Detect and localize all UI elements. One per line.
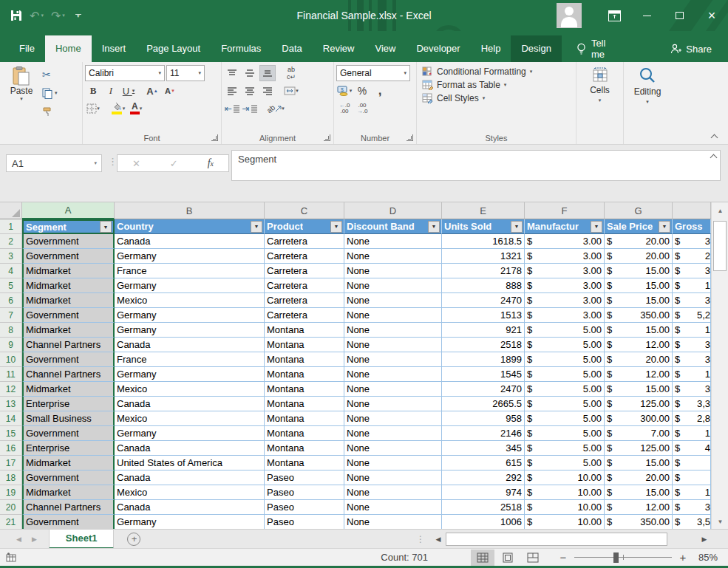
cell[interactable]: 292 <box>442 471 525 485</box>
cell[interactable]: Midmarket <box>22 382 115 397</box>
align-right-button[interactable] <box>259 83 276 99</box>
row-header-2[interactable]: 2 <box>0 234 22 249</box>
cell[interactable]: $5.00 <box>525 397 605 411</box>
font-name-combo[interactable]: Calibri▾ <box>85 65 165 81</box>
shrink-font-button[interactable]: A▼ <box>162 83 178 99</box>
cell[interactable]: Channel Partners <box>22 500 115 515</box>
cell[interactable]: Montana <box>265 397 344 411</box>
filter-header-cell[interactable]: Sale Price▼ <box>605 219 673 234</box>
cell[interactable]: $15.00 <box>605 382 673 397</box>
cell[interactable]: $3.00 <box>525 293 605 308</box>
cell[interactable]: 1545 <box>442 367 525 382</box>
filter-header-cell[interactable]: Manufactur▼ <box>525 219 605 234</box>
cell[interactable]: $20.00 <box>605 471 673 485</box>
filter-dropdown-icon[interactable]: ▼ <box>591 221 602 233</box>
tab-developer[interactable]: Developer <box>406 35 470 62</box>
cell[interactable]: $1 <box>673 323 711 338</box>
cell[interactable]: None <box>344 234 442 249</box>
cell[interactable]: $3 <box>673 500 711 515</box>
row-header-20[interactable]: 20 <box>0 500 22 515</box>
cell[interactable]: $1 <box>673 278 711 293</box>
zoom-slider-thumb[interactable] <box>613 552 619 563</box>
tab-data[interactable]: Data <box>271 35 312 62</box>
tab-home[interactable]: Home <box>45 35 92 62</box>
cell[interactable]: $5.00 <box>525 456 605 471</box>
cell[interactable]: Small Business <box>22 411 115 426</box>
cell[interactable]: Mexico <box>115 485 265 500</box>
cell[interactable]: Carretera <box>265 293 344 308</box>
scroll-left-icon[interactable]: ◀ <box>431 532 446 547</box>
cell[interactable]: $10.00 <box>525 500 605 515</box>
orientation-button[interactable]: ab▾ <box>267 100 285 117</box>
zoom-level[interactable]: 85% <box>698 552 718 563</box>
row-header-14[interactable]: 14 <box>0 411 22 426</box>
cell[interactable]: Montana <box>265 411 344 426</box>
cell[interactable]: $15.00 <box>605 456 673 471</box>
cell[interactable]: Canada <box>115 471 265 485</box>
column-header-F[interactable]: F <box>525 202 605 219</box>
redo-icon[interactable]: ↷▾ <box>51 9 65 23</box>
cell[interactable]: 2470 <box>442 293 525 308</box>
cell[interactable]: $12.00 <box>605 367 673 382</box>
cell[interactable]: $5.00 <box>525 367 605 382</box>
wrap-text-button[interactable]: abc↵ <box>283 65 299 81</box>
cell[interactable]: Carretera <box>265 249 344 264</box>
cell[interactable]: $15.00 <box>605 485 673 500</box>
cell[interactable]: None <box>344 338 442 352</box>
cell[interactable]: $5,2 <box>673 308 711 323</box>
row-header-19[interactable]: 19 <box>0 485 22 500</box>
cell[interactable]: United States of America <box>115 456 265 471</box>
cell[interactable]: $20.00 <box>605 352 673 367</box>
cell-styles-button[interactable]: Cell Styles▾ <box>419 93 574 103</box>
cell[interactable]: None <box>344 249 442 264</box>
cell[interactable]: $1 <box>673 426 711 441</box>
scroll-right-icon[interactable]: ▶ <box>697 532 712 547</box>
cell[interactable]: None <box>344 515 442 530</box>
merge-center-button[interactable]: ▾ <box>283 83 299 99</box>
hscroll-divider[interactable]: ⋮ <box>416 534 431 544</box>
row-header-16[interactable]: 16 <box>0 441 22 456</box>
cell[interactable]: $3 <box>673 293 711 308</box>
cell[interactable]: $20.00 <box>605 249 673 264</box>
next-sheet-icon[interactable]: ▶ <box>32 536 37 543</box>
increase-decimal-button[interactable]: ←.0.00 <box>336 100 353 117</box>
cell[interactable]: 2518 <box>442 338 525 352</box>
cell[interactable]: $5.00 <box>525 441 605 456</box>
cell[interactable]: Germany <box>115 426 265 441</box>
bottom-align-button[interactable] <box>259 65 276 81</box>
cell[interactable]: Mexico <box>115 293 265 308</box>
comma-style-button[interactable]: , <box>372 83 388 99</box>
row-header-21[interactable]: 21 <box>0 515 22 530</box>
cell[interactable]: Government <box>22 234 115 249</box>
cell[interactable]: Carretera <box>265 234 344 249</box>
cell[interactable]: None <box>344 456 442 471</box>
filter-header-cell[interactable]: Product▼ <box>265 219 344 234</box>
cell[interactable]: Germany <box>115 278 265 293</box>
cell[interactable]: Midmarket <box>22 485 115 500</box>
cell[interactable]: $10.00 <box>525 471 605 485</box>
paste-dropdown-caret[interactable]: ▾ <box>20 96 23 102</box>
format-painter-button[interactable] <box>41 103 59 120</box>
cell[interactable]: $5.00 <box>525 426 605 441</box>
formula-input[interactable]: Segment <box>231 150 721 181</box>
cell[interactable]: $2 <box>673 249 711 264</box>
cell[interactable]: 2178 <box>442 264 525 278</box>
column-header-D[interactable]: D <box>344 202 442 219</box>
alignment-dialog-launcher[interactable] <box>324 134 330 141</box>
cell[interactable]: 2665.5 <box>442 397 525 411</box>
cell[interactable]: 1006 <box>442 515 525 530</box>
cell[interactable]: France <box>115 264 265 278</box>
cell[interactable]: $125.00 <box>605 441 673 456</box>
cell[interactable]: Canada <box>115 397 265 411</box>
copy-button[interactable]: ▾ <box>41 85 59 101</box>
row-header-3[interactable]: 3 <box>0 249 22 264</box>
vertical-scrollbar[interactable]: ▲ ▼ <box>711 202 728 530</box>
filter-header-cell[interactable]: Country▼ <box>115 219 265 234</box>
row-header-9[interactable]: 9 <box>0 338 22 352</box>
cell[interactable]: Paseo <box>265 515 344 530</box>
cell[interactable]: Midmarket <box>22 293 115 308</box>
zoom-in-button[interactable]: + <box>678 551 688 564</box>
filter-header-cell[interactable]: Gross <box>673 219 711 234</box>
cell[interactable]: $2,8 <box>673 411 711 426</box>
row-header-1[interactable]: 1 <box>0 219 22 234</box>
